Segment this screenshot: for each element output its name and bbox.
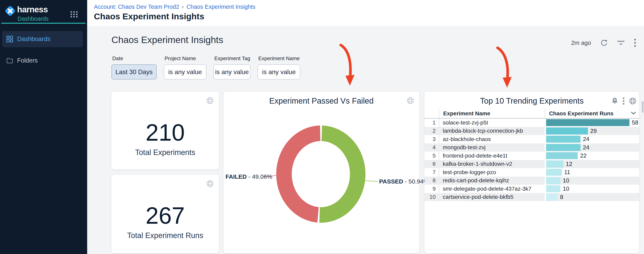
- globe-icon[interactable]: [206, 97, 214, 104]
- column-header-chaos-experiment-runs[interactable]: Chaos Experiment Runs: [549, 110, 614, 117]
- breadcrumb-current-link[interactable]: Chaos Experiment Insights: [186, 4, 256, 10]
- table-row[interactable]: 6kafka-broker-1-shutdown-v212: [424, 160, 639, 168]
- sidebar-item-dashboards[interactable]: Dashboards: [2, 31, 83, 47]
- table-row[interactable]: 1solace-test-zvj-p5t58: [424, 119, 639, 127]
- row-runs-bar[interactable]: [546, 161, 564, 168]
- row-runs-bar[interactable]: [546, 144, 580, 151]
- filter-experiment-tag: Experiment Tag is any value: [214, 55, 250, 80]
- globe-icon[interactable]: [206, 180, 214, 187]
- row-runs-bar[interactable]: [546, 152, 578, 159]
- refresh-icon[interactable]: [600, 39, 608, 47]
- sidebar: harness Dashboards Dashboards: [0, 0, 87, 254]
- total-experiments-label: Total Experiments: [112, 148, 219, 157]
- breadcrumb: Account: Chaos Dev Team Prod2 › Chaos Ex…: [94, 4, 255, 10]
- filter-project-name: Project Name is any value: [164, 55, 206, 80]
- table-row[interactable]: 9smr-delegate-pod-delete-437az-3k710: [424, 185, 639, 193]
- row-experiment-name: lambda-block-tcp-connection-jkb: [439, 128, 545, 134]
- filter-experiment-name: Experiment Name is any value: [258, 55, 300, 80]
- scrollbar-thumb[interactable]: [642, 101, 644, 113]
- experiment-name-filter-button[interactable]: is any value: [258, 64, 300, 80]
- trending-table-body: 1solace-test-zvj-p5t582lambda-block-tcp-…: [424, 119, 639, 201]
- row-bar-track: 12: [545, 160, 639, 168]
- row-experiment-name: redis-cart-pod-delete-kqihz: [439, 177, 545, 184]
- folder-icon: [6, 57, 13, 64]
- row-experiment-name: frontend-pod-delete-e4e1t: [439, 153, 545, 159]
- row-experiment-name: solace-test-zvj-p5t: [439, 120, 545, 126]
- table-row[interactable]: 7test-probe-logger-pzo11: [424, 168, 639, 176]
- table-header-row: Experiment Name Chaos Experiment Runs: [424, 109, 639, 119]
- table-row[interactable]: 10cartservice-pod-delete-bkfb58: [424, 193, 639, 201]
- row-runs-value: 12: [566, 161, 572, 167]
- filter-icon[interactable]: [617, 40, 625, 46]
- row-rank: 5: [424, 153, 439, 159]
- dashboard-content: Chaos Experiment Insights 2m ago Date La…: [87, 26, 644, 254]
- alert-bell-icon[interactable]: [611, 97, 618, 105]
- row-rank: 4: [424, 144, 439, 151]
- total-experiments-value: 210: [112, 121, 219, 144]
- row-experiment-name: az-blackhole-chaos: [439, 136, 545, 142]
- donut-segment-failed[interactable]: [284, 133, 320, 215]
- table-row[interactable]: 3az-blackhole-chaos24: [424, 135, 639, 143]
- trending-experiments-card: Top 10 Trending Experiments: [424, 92, 639, 253]
- row-rank: 10: [424, 194, 439, 200]
- row-runs-bar[interactable]: [546, 136, 580, 143]
- row-runs-bar[interactable]: [546, 127, 588, 134]
- row-runs-bar[interactable]: [546, 119, 630, 126]
- row-bar-track: 22: [545, 152, 639, 160]
- kebab-menu-icon[interactable]: [634, 39, 636, 47]
- logo-text[interactable]: harness: [17, 5, 48, 14]
- row-experiment-name: cartservice-pod-delete-bkfb5: [439, 194, 545, 200]
- kebab-menu-icon[interactable]: [623, 97, 624, 105]
- annotation-arrow-1: [341, 45, 350, 75]
- table-row[interactable]: 5frontend-pod-delete-e4e1t22: [424, 152, 639, 160]
- page-title: Chaos Experiment Insights: [94, 12, 204, 21]
- row-bar-track: 10: [545, 185, 639, 193]
- passed-label: PASSED - 50.94%: [379, 178, 429, 185]
- row-rank: 8: [424, 177, 439, 184]
- donut-chart: [224, 92, 419, 253]
- dashboard-meta: 2m ago: [571, 39, 636, 47]
- row-bar-track: 29: [545, 127, 639, 135]
- passed-vs-failed-card: Experiment Passed Vs Failed FAILED - 49.…: [224, 92, 419, 253]
- date-filter-button[interactable]: Last 30 Days: [112, 64, 156, 80]
- row-runs-value: 24: [583, 136, 589, 142]
- harness-logo-icon[interactable]: [4, 5, 16, 18]
- project-name-filter-button[interactable]: is any value: [164, 64, 206, 80]
- annotation-arrow-2: [498, 48, 508, 77]
- row-runs-bar[interactable]: [546, 194, 558, 201]
- row-experiment-name: smr-delegate-pod-delete-437az-3k7: [439, 186, 545, 192]
- row-rank: 7: [424, 169, 439, 175]
- breadcrumb-account-link[interactable]: Account: Chaos Dev Team Prod2: [94, 4, 179, 10]
- table-row[interactable]: 8redis-cart-pod-delete-kqihz10: [424, 176, 639, 185]
- row-runs-bar[interactable]: [546, 177, 560, 184]
- filter-label: Date: [112, 55, 156, 62]
- row-rank: 6: [424, 161, 439, 167]
- globe-icon[interactable]: [629, 97, 636, 105]
- row-bar-track: 58: [545, 119, 639, 127]
- sidebar-divider: [1, 23, 86, 24]
- row-bar-track: 11: [545, 168, 639, 176]
- sidebar-item-folders[interactable]: Folders: [2, 52, 83, 69]
- total-experiment-runs-card: 267 Total Experiment Runs: [112, 175, 219, 253]
- sort-chevron-down-icon[interactable]: [631, 111, 636, 116]
- sidebar-nav: Dashboards Folders: [2, 31, 83, 74]
- row-runs-value: 11: [564, 169, 570, 175]
- failed-label: FAILED - 49.06%: [226, 173, 263, 180]
- table-title: Top 10 Trending Experiments: [424, 96, 639, 105]
- row-runs-bar[interactable]: [546, 169, 562, 176]
- table-row[interactable]: 2lambda-block-tcp-connection-jkb29: [424, 127, 639, 135]
- table-row[interactable]: 4mongodb-test-zvj24: [424, 143, 639, 152]
- total-experiment-runs-label: Total Experiment Runs: [112, 231, 219, 240]
- annotation-arrowhead-2: [503, 77, 512, 88]
- row-runs-value: 10: [563, 185, 569, 192]
- column-header-experiment-name[interactable]: Experiment Name: [443, 110, 490, 117]
- experiment-tag-filter-button[interactable]: is any value: [214, 64, 250, 80]
- logo-row: harness Dashboards: [4, 5, 84, 23]
- column-divider: [545, 109, 545, 119]
- row-rank: 9: [424, 186, 439, 192]
- row-bar-track: 24: [545, 135, 639, 143]
- dashboard-heading: Chaos Experiment Insights: [112, 34, 223, 45]
- donut-segment-passed[interactable]: [320, 133, 358, 215]
- row-runs-bar[interactable]: [546, 185, 560, 192]
- apps-grid-icon[interactable]: [70, 10, 78, 19]
